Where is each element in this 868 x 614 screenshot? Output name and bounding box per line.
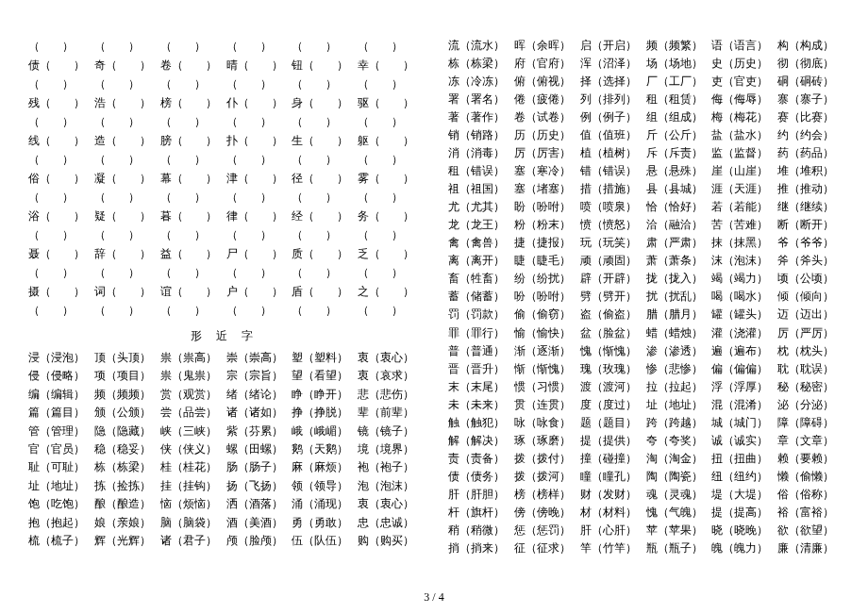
left-column: （ ）（ ）（ ）（ ）（ ）（ ）债（ ）奇（ ）卷（ ）晴（ ）钮（ ）幸（… [28,38,420,556]
word-cell: 约（约会） [777,127,840,143]
word-cell: 赛（比赛） [777,109,840,125]
word-cell: 辟（开辟） [580,271,643,287]
blank-sub: （ ） [226,302,289,319]
blank-sub: （ ） [94,75,157,92]
word-cell: 宗（宗旨） [226,368,289,384]
word-cell: 侮（侮辱） [711,91,774,108]
word-cell: 淘（淘金） [646,451,709,467]
blank-cell: 暮（ ） [160,207,223,224]
word-cell: 倦（疲倦） [514,91,576,108]
word-cell: 浸（浸泡） [28,350,91,366]
word-cell: 债（债务） [448,469,510,485]
word-cell: 厉（厉害） [514,145,576,161]
word-cell: 度（度过） [580,397,643,413]
word-cell: 衷（衷心） [358,350,420,366]
word-cell: 祟（鬼祟） [160,368,223,384]
word-cell: 颁（公颁） [94,405,157,421]
word-cell: 梳（梳子） [28,533,91,549]
word-cell: 撞（碰撞） [580,451,643,467]
word-cell: 饱（吃饱） [28,496,91,512]
blank-cell: 身（ ） [292,94,354,111]
word-cell: 涯（天涯） [711,181,774,197]
word-cell: 纽（纽约） [711,469,774,485]
word-cell: 喝（喝水） [711,289,774,305]
word-cell: 蓄（储蓄） [448,289,510,305]
word-cell: 惨（悲惨） [646,361,709,377]
blank-cell: 词（ ） [94,283,157,300]
word-cell: 爷（爷爷） [777,235,840,251]
word-cell: 瑰（玫瑰） [580,361,643,377]
word-cell: 斤（公斤） [646,127,709,143]
word-cell: 若（若能） [711,199,774,215]
word-cell: 吩（吩咐） [514,289,576,305]
word-cell: 继（继续） [777,199,840,215]
blank-sub: （ ） [292,264,354,281]
word-cell: 址（地址） [28,478,91,494]
blank-cell: 膀（ ） [160,132,223,149]
word-cell: 尤（尤其） [448,199,510,215]
blank-cell: 躯（ ） [358,132,420,149]
word-cell: 未（未来） [448,397,510,413]
word-cell: 迈（迈出） [777,307,840,323]
word-cell: 厂（工厂） [646,74,709,90]
word-cell: 悬（悬殊） [646,163,709,179]
blank-cell: （ ） [358,38,420,55]
word-cell: 祖（祖国） [448,181,510,197]
blank-cell: 乏（ ） [358,245,420,262]
word-cell: 涌（涌现） [292,496,354,512]
blank-sub: （ ） [358,226,420,243]
word-cell: 领（领导） [292,478,354,494]
word-cell: 祟（祟高） [160,350,223,366]
word-cell: 择（选择） [580,74,643,90]
word-cell: 例（例子） [580,109,643,125]
word-cell: 扬（飞扬） [226,478,289,494]
word-cell: 喷（喷泉） [580,199,643,215]
word-cell: 惭（惭愧） [514,361,576,377]
word-cell: 枕（枕头） [777,343,840,359]
word-cell: 拨（拨付） [514,451,576,467]
word-cell: 纷（纷扰） [514,271,576,287]
word-cell: 措（措施） [580,181,643,197]
word-cell: 镜（镜子） [358,423,420,440]
blank-sub: （ ） [226,113,289,130]
word-cell: 麻（麻烦） [292,459,354,475]
word-cell: 构（构成） [777,38,840,54]
word-cell: 螺（田螺） [226,441,289,457]
blank-cell: 浴（ ） [28,207,91,224]
word-cell: 肝（心肝） [580,523,643,539]
word-cell: 斥（斥责） [646,145,709,161]
word-cell: 捎（捎来） [448,540,510,556]
word-cell: 脑（脑袋） [160,515,223,531]
word-cell: 历（历史） [514,127,576,143]
blank-sub: （ ） [160,226,223,243]
word-cell: 末（末尾） [448,379,510,395]
blank-cell: 盾（ ） [292,283,354,300]
word-cell: 苦（苦难） [711,217,774,233]
word-cell: 混（混淆） [711,397,774,413]
word-cell: 推（推动） [777,181,840,197]
word-cell: 傍（傍晚） [514,505,576,521]
blank-sub: （ ） [358,264,420,281]
blank-cell: 摄（ ） [28,283,91,300]
word-cell: 洽（融洽） [646,217,709,233]
word-cell: 俯（俯视） [514,74,576,90]
blank-sub: （ ） [28,302,91,319]
word-cell: 扰（扰乱） [646,289,709,305]
word-cell: 酒（美酒） [226,515,289,531]
blank-sub: （ ） [226,189,289,206]
word-cell: 峡（三峡） [160,423,223,440]
word-cell: 睫（睫毛） [514,253,576,269]
word-cell: 抱（抱起） [28,515,91,531]
word-cell: 触（触犯） [448,415,510,431]
word-cell: 榜（榜样） [514,487,576,503]
blank-cell: 聂（ ） [28,245,91,262]
blank-sub: （ ） [358,113,420,130]
word-cell: 错（错误） [580,163,643,179]
word-cell: 龙（龙王） [448,217,510,233]
word-cell: 盼（吩咐） [514,199,576,215]
word-cell: 浮（浮厚） [711,379,774,395]
blank-sub: （ ） [292,151,354,168]
word-cell: 萧（萧条） [646,253,709,269]
word-cell: 章（文章） [777,433,840,449]
word-cell: 忠（忠诚） [358,515,420,531]
